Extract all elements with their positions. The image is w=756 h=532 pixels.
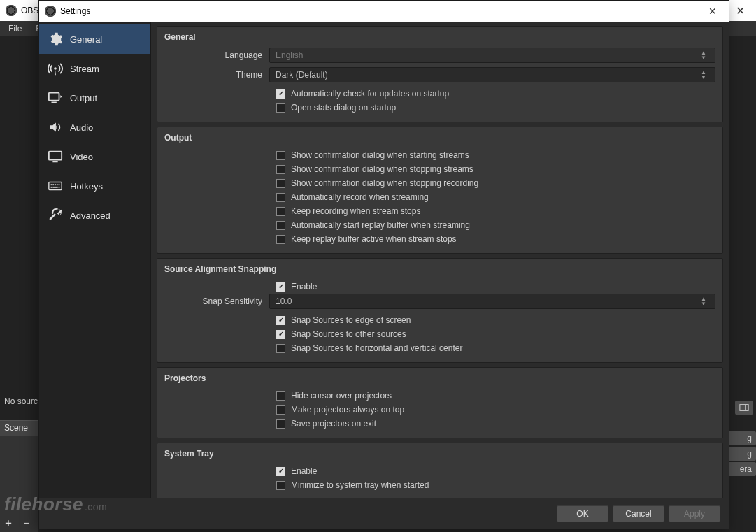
checkbox-icon (276, 221, 285, 230)
svg-rect-6 (49, 182, 62, 190)
checkbox-icon (276, 419, 285, 429)
checkbox-projector-0[interactable]: Hide cursor over projectors (164, 389, 715, 403)
checkbox-icon (276, 344, 285, 353)
checkbox-snap-center[interactable]: Snap Sources to horizontal and vertical … (164, 341, 715, 355)
checkbox-snap-edge[interactable]: Snap Sources to edge of screen (164, 313, 715, 327)
settings-title: Settings (60, 6, 90, 16)
checkbox-label: Keep replay buffer active when stream st… (291, 234, 457, 244)
svg-rect-8 (52, 184, 54, 185)
obs-app-icon (6, 5, 17, 16)
obs-dialog-icon (45, 6, 56, 17)
checkbox-icon (276, 151, 285, 160)
checkbox-label: Show confirmation dialog when stopping r… (291, 178, 478, 188)
section-title-general: General (164, 32, 715, 42)
checkbox-label: Hide cursor over projectors (291, 391, 392, 401)
checkbox-label: Show confirmation dialog when stopping s… (291, 164, 473, 174)
checkbox-output-2[interactable]: Show confirmation dialog when stopping r… (164, 176, 715, 190)
ok-button[interactable]: OK (557, 505, 608, 522)
cancel-button[interactable]: Cancel (613, 505, 664, 522)
monitor-icon (48, 149, 63, 164)
checkbox-icon (276, 467, 285, 476)
checkbox-label: Snap Sources to other sources (291, 329, 406, 339)
svg-rect-13 (52, 187, 57, 188)
section-title-snapping: Source Alignment Snapping (164, 264, 715, 274)
svg-rect-4 (49, 152, 62, 160)
checkbox-projector-1[interactable]: Make projectors always on top (164, 403, 715, 417)
checkbox-label: Enable (291, 466, 317, 476)
checkbox-icon (276, 165, 285, 174)
checkbox-output-0[interactable]: Show confirmation dialog when starting s… (164, 148, 715, 162)
checkbox-label: Make projectors always on top (291, 405, 404, 415)
settings-close-button[interactable]: ✕ (697, 1, 729, 22)
checkbox-snap-other[interactable]: Snap Sources to other sources (164, 327, 715, 341)
theme-select[interactable]: Dark (Default) ▲▼ (269, 67, 715, 82)
settings-titlebar: Settings ✕ (39, 1, 729, 22)
checkbox-auto-update[interactable]: Automatically check for updates on start… (164, 87, 715, 101)
scene-add-controls[interactable]: ＋ － (3, 516, 32, 531)
checkbox-label: Snap Sources to horizontal and vertical … (291, 343, 462, 353)
checkbox-icon (276, 103, 285, 113)
checkbox-label: Show confirmation dialog when starting s… (291, 150, 469, 160)
snap-sensitivity-input[interactable]: 10.0 ▲▼ (269, 294, 715, 309)
antenna-icon (48, 61, 63, 76)
svg-rect-12 (51, 187, 52, 188)
sidebar-item-label: Output (70, 93, 97, 103)
sidebar-item-stream[interactable]: Stream (39, 54, 150, 83)
sidebar-item-video[interactable]: Video (39, 142, 150, 171)
checkbox-icon (276, 481, 285, 490)
sidebar-item-hotkeys[interactable]: Hotkeys (39, 171, 150, 201)
dock-toggle-button[interactable] (735, 401, 753, 415)
sidebar-item-advanced[interactable]: Advanced (39, 201, 150, 230)
checkbox-output-6[interactable]: Keep replay buffer active when stream st… (164, 232, 715, 246)
checkbox-icon (276, 330, 285, 339)
checkbox-label: Minimize to system tray when started (291, 480, 429, 490)
checkbox-snap-enable[interactable]: Enable (164, 280, 715, 294)
svg-rect-5 (52, 161, 57, 162)
section-title-projectors: Projectors (164, 373, 715, 383)
sidebar-item-general[interactable]: General (39, 24, 150, 54)
menu-file[interactable]: File (3, 22, 27, 35)
sidebar-item-audio[interactable]: Audio (39, 113, 150, 142)
updown-icon: ▲▼ (698, 71, 709, 80)
checkbox-projector-2[interactable]: Save projectors on exit (164, 417, 715, 431)
checkbox-label: Keep recording when stream stops (291, 206, 420, 216)
updown-icon: ▲▼ (698, 297, 709, 306)
svg-rect-2 (49, 93, 59, 101)
section-general: General Language English ▲▼ Theme Dar (157, 26, 723, 122)
label-language: Language (164, 50, 269, 60)
checkbox-label: Automatically start replay buffer when s… (291, 220, 470, 230)
checkbox-open-stats[interactable]: Open stats dialog on startup (164, 101, 715, 115)
sidebar-item-output[interactable]: Output (39, 83, 150, 113)
add-scene-icon[interactable]: ＋ (3, 516, 14, 531)
checkbox-label: Enable (291, 282, 317, 292)
svg-rect-7 (51, 184, 52, 185)
checkbox-output-5[interactable]: Automatically start replay buffer when s… (164, 218, 715, 232)
snap-sensitivity-value: 10.0 (276, 296, 292, 306)
sidebar-item-label: General (70, 34, 102, 45)
settings-content[interactable]: General Language English ▲▼ Theme Dar (151, 22, 729, 498)
label-theme: Theme (164, 70, 269, 80)
checkbox-output-3[interactable]: Automatically record when streaming (164, 190, 715, 204)
svg-rect-9 (55, 184, 56, 185)
keyboard-icon (48, 178, 63, 194)
checkbox-output-4[interactable]: Keep recording when stream stops (164, 204, 715, 218)
svg-rect-11 (59, 184, 60, 185)
sidebar-item-label: Hotkeys (70, 181, 103, 192)
checkbox-label: Snap Sources to edge of screen (291, 315, 411, 325)
sidebar-item-label: Stream (70, 64, 99, 74)
remove-scene-icon[interactable]: － (21, 516, 32, 531)
checkbox-icon (276, 193, 285, 202)
language-select[interactable]: English ▲▼ (269, 48, 715, 63)
settings-footer: OK Cancel Apply (39, 498, 729, 529)
checkbox-tray-minimize[interactable]: Minimize to system tray when started (164, 478, 715, 492)
scene-panel: Scene ＋ － (0, 420, 38, 532)
checkbox-icon (276, 179, 285, 188)
theme-value: Dark (Default) (276, 70, 328, 80)
settings-sidebar: General Stream Output Audio (39, 22, 151, 498)
svg-rect-14 (59, 187, 60, 188)
checkbox-icon (276, 207, 285, 216)
checkbox-icon (276, 316, 285, 325)
checkbox-output-1[interactable]: Show confirmation dialog when stopping s… (164, 162, 715, 176)
checkbox-tray-enable[interactable]: Enable (164, 464, 715, 478)
apply-button[interactable]: Apply (669, 505, 720, 522)
